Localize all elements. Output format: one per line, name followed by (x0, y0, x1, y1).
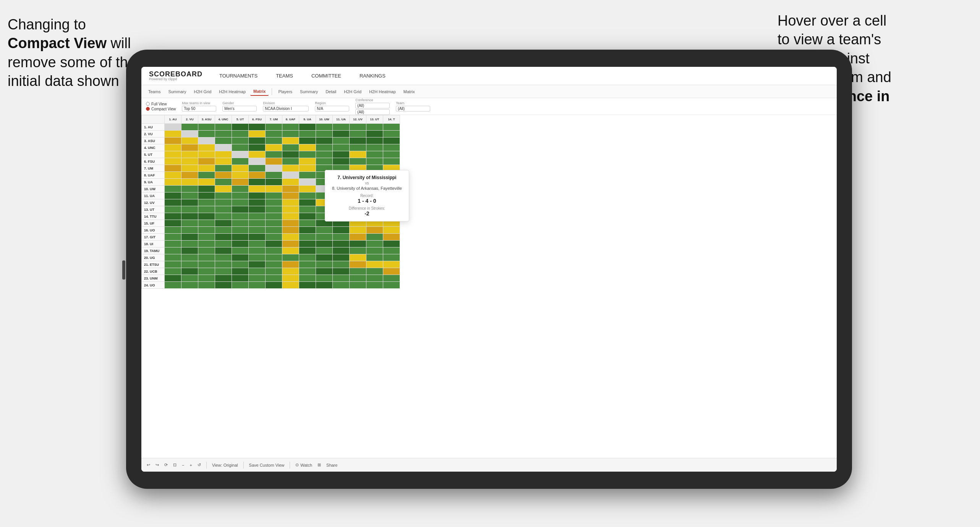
matrix-cell[interactable] (249, 282, 266, 289)
sub-nav-h2h-grid-right[interactable]: H2H Grid (341, 88, 364, 95)
matrix-cell[interactable] (198, 261, 215, 268)
matrix-cell[interactable] (333, 241, 350, 247)
matrix-cell[interactable] (333, 282, 350, 289)
matrix-cell[interactable] (266, 137, 282, 144)
matrix-cell[interactable] (316, 254, 333, 261)
matrix-cell[interactable] (249, 213, 266, 220)
sub-nav-summary[interactable]: Summary (165, 88, 189, 95)
matrix-cell[interactable] (299, 275, 316, 282)
matrix-cell[interactable] (249, 158, 266, 165)
matrix-cell[interactable] (181, 144, 198, 151)
matrix-cell[interactable] (282, 179, 299, 186)
matrix-cell[interactable] (350, 151, 366, 158)
matrix-cell[interactable] (383, 151, 400, 158)
matrix-cell[interactable] (366, 151, 383, 158)
matrix-cell[interactable] (383, 275, 400, 282)
matrix-cell[interactable] (282, 213, 299, 220)
matrix-cell[interactable] (232, 261, 249, 268)
compact-view-radio[interactable]: Compact View (146, 107, 176, 111)
matrix-cell[interactable] (299, 124, 316, 131)
matrix-cell[interactable] (366, 254, 383, 261)
matrix-cell[interactable] (350, 131, 366, 137)
matrix-cell[interactable] (232, 137, 249, 144)
matrix-cell[interactable] (350, 234, 366, 241)
matrix-cell[interactable] (232, 234, 249, 241)
matrix-cell[interactable] (383, 227, 400, 234)
matrix-cell[interactable] (299, 192, 316, 199)
matrix-cell[interactable] (181, 192, 198, 199)
matrix-cell[interactable] (299, 247, 316, 254)
matrix-cell[interactable] (181, 247, 198, 254)
matrix-cell[interactable] (316, 227, 333, 234)
matrix-cell[interactable] (316, 158, 333, 165)
conference-select2[interactable]: (All) (355, 109, 390, 115)
matrix-cell[interactable] (316, 234, 333, 241)
matrix-cell[interactable] (266, 234, 282, 241)
matrix-cell[interactable] (350, 268, 366, 275)
reset-button[interactable]: ⟳ (164, 462, 168, 467)
matrix-cell[interactable] (282, 282, 299, 289)
matrix-cell[interactable] (249, 227, 266, 234)
matrix-cell[interactable] (282, 192, 299, 199)
matrix-cell[interactable] (282, 186, 299, 192)
matrix-cell[interactable] (215, 268, 232, 275)
conference-select1[interactable]: (All) (355, 103, 390, 108)
matrix-cell[interactable] (299, 144, 316, 151)
matrix-cell[interactable] (165, 275, 181, 282)
matrix-cell[interactable] (266, 206, 282, 213)
matrix-cell[interactable] (316, 282, 333, 289)
refresh-button[interactable]: ↺ (198, 462, 201, 467)
matrix-cell[interactable] (333, 158, 350, 165)
team-select[interactable]: (All) (396, 106, 430, 112)
matrix-cell[interactable] (215, 144, 232, 151)
nav-tournaments[interactable]: TOURNAMENTS (218, 73, 259, 79)
matrix-cell[interactable] (350, 247, 366, 254)
matrix-cell[interactable] (198, 124, 215, 131)
matrix-cell[interactable] (316, 261, 333, 268)
matrix-cell[interactable] (232, 241, 249, 247)
sub-nav-summary-right[interactable]: Summary (297, 88, 321, 95)
matrix-cell[interactable] (181, 172, 198, 179)
matrix-cell[interactable] (282, 241, 299, 247)
matrix-cell[interactable] (266, 172, 282, 179)
matrix-cell[interactable] (215, 227, 232, 234)
matrix-cell[interactable] (181, 151, 198, 158)
matrix-cell[interactable] (165, 179, 181, 186)
matrix-cell[interactable] (165, 137, 181, 144)
matrix-cell[interactable] (316, 144, 333, 151)
matrix-cell[interactable] (249, 192, 266, 199)
matrix-cell[interactable] (181, 241, 198, 247)
matrix-cell[interactable] (366, 137, 383, 144)
matrix-cell[interactable] (249, 254, 266, 261)
matrix-cell[interactable] (266, 268, 282, 275)
matrix-cell[interactable] (215, 137, 232, 144)
matrix-cell[interactable] (198, 192, 215, 199)
matrix-cell[interactable] (198, 158, 215, 165)
matrix-cell[interactable] (366, 124, 383, 131)
matrix-cell[interactable] (282, 227, 299, 234)
matrix-cell[interactable] (266, 199, 282, 206)
matrix-cell[interactable] (198, 282, 215, 289)
matrix-cell[interactable] (232, 172, 249, 179)
matrix-cell[interactable] (266, 282, 282, 289)
matrix-cell[interactable] (198, 165, 215, 172)
matrix-cell[interactable] (232, 144, 249, 151)
matrix-cell[interactable] (282, 137, 299, 144)
matrix-cell[interactable] (282, 144, 299, 151)
matrix-cell[interactable] (249, 241, 266, 247)
matrix-cell[interactable] (282, 172, 299, 179)
matrix-cell[interactable] (181, 227, 198, 234)
matrix-cell[interactable] (215, 261, 232, 268)
matrix-cell[interactable] (165, 220, 181, 227)
matrix-cell[interactable] (266, 165, 282, 172)
matrix-cell[interactable] (198, 131, 215, 137)
matrix-cell[interactable] (299, 151, 316, 158)
matrix-cell[interactable] (181, 234, 198, 241)
matrix-cell[interactable] (165, 227, 181, 234)
matrix-cell[interactable] (333, 247, 350, 254)
matrix-cell[interactable] (232, 124, 249, 131)
matrix-cell[interactable] (316, 241, 333, 247)
matrix-cell[interactable] (350, 124, 366, 131)
matrix-cell[interactable] (350, 137, 366, 144)
matrix-cell[interactable] (333, 227, 350, 234)
